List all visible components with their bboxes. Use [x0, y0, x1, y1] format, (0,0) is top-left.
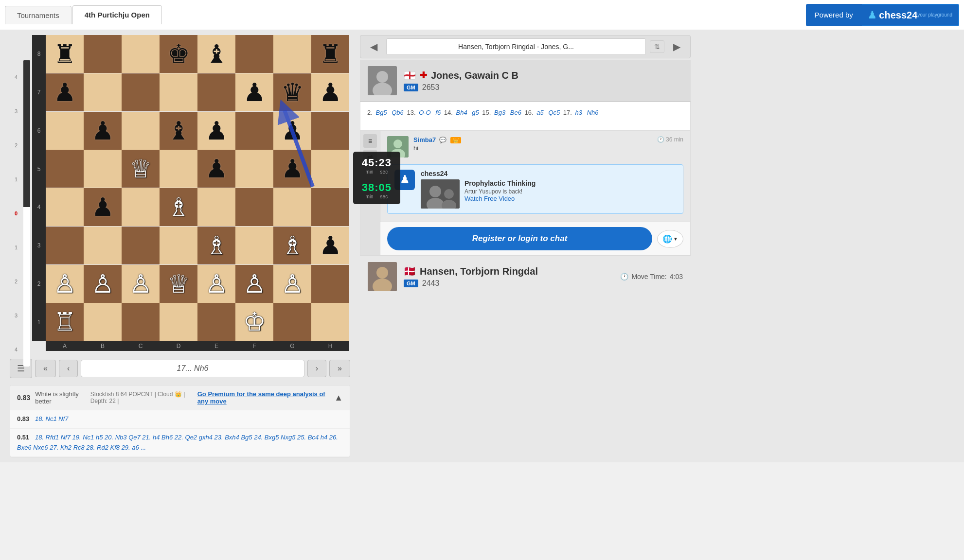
board-square[interactable]: [46, 188, 84, 226]
board-square[interactable]: [160, 227, 197, 264]
board-square[interactable]: [197, 188, 235, 226]
board-square[interactable]: [84, 73, 122, 111]
board-square[interactable]: [122, 227, 160, 264]
register-login-chat-button[interactable]: Register or login to chat: [387, 227, 652, 250]
board-square[interactable]: [160, 150, 197, 188]
board-square[interactable]: ♟: [84, 188, 122, 226]
next-move-button[interactable]: ›: [307, 360, 326, 377]
board-square[interactable]: [122, 35, 160, 73]
move-qc5[interactable]: Qc5: [548, 109, 560, 116]
tab-active-tournament[interactable]: 4th Purtichju Open: [72, 5, 162, 24]
board-square[interactable]: ♟: [311, 73, 349, 111]
board-square[interactable]: [122, 188, 160, 226]
board-square[interactable]: [311, 150, 349, 188]
board-square[interactable]: ♗: [273, 227, 311, 264]
board-square[interactable]: ♝: [197, 35, 235, 73]
game-prev-button[interactable]: ◀: [365, 40, 382, 53]
prev-move-button[interactable]: ‹: [59, 360, 78, 377]
board-square[interactable]: ♙: [197, 265, 235, 303]
board-square[interactable]: [235, 150, 273, 188]
board-square[interactable]: [197, 303, 235, 341]
board-square[interactable]: ♝: [160, 112, 197, 150]
board-square[interactable]: ♟: [273, 150, 311, 188]
tab-tournaments[interactable]: Tournaments: [5, 6, 71, 24]
game-selector[interactable]: Hansen, Torbjorn Ringdal - Jones, G...: [386, 38, 646, 55]
board-square[interactable]: ♚: [160, 35, 197, 73]
board-square[interactable]: [235, 188, 273, 226]
analysis-collapse-button[interactable]: ▲: [334, 393, 343, 403]
ad-text-block: Prophylactic Thinking Artur Yusupov is b…: [464, 179, 536, 209]
game-sort-button[interactable]: ⇅: [650, 40, 664, 53]
board-square[interactable]: [122, 73, 160, 111]
board-square[interactable]: [84, 227, 122, 264]
board-square[interactable]: [235, 227, 273, 264]
board-square[interactable]: ♟: [197, 150, 235, 188]
board-square[interactable]: [84, 35, 122, 73]
board-square[interactable]: [46, 227, 84, 264]
board-square[interactable]: ♛: [273, 73, 311, 111]
board-square[interactable]: ♗: [197, 227, 235, 264]
board-square[interactable]: [160, 303, 197, 341]
move-f6[interactable]: f6: [435, 109, 441, 116]
board-square[interactable]: ♟: [273, 112, 311, 150]
board-square[interactable]: [235, 112, 273, 150]
board-square[interactable]: ♙: [273, 265, 311, 303]
board-square[interactable]: ♙: [84, 265, 122, 303]
last-move-button[interactable]: »: [329, 360, 350, 377]
board-square[interactable]: [235, 35, 273, 73]
analysis-moves-2[interactable]: 18. Rfd1 Nf7 19. Nc1 h5 20. Nb3 Qe7 21. …: [17, 434, 338, 451]
game-next-button[interactable]: ▶: [668, 40, 685, 53]
board-square[interactable]: ♙: [122, 265, 160, 303]
move-oo[interactable]: O-O: [419, 109, 431, 116]
board-square[interactable]: [84, 303, 122, 341]
board-square[interactable]: ♙: [46, 265, 84, 303]
board-square[interactable]: ♜: [46, 35, 84, 73]
move-bh4[interactable]: Bh4: [456, 109, 467, 116]
board-square[interactable]: ♟: [197, 112, 235, 150]
board-square[interactable]: [46, 150, 84, 188]
board-square[interactable]: [311, 112, 349, 150]
move-qb6[interactable]: Qb6: [392, 109, 404, 116]
analysis-bar: 0.83 White is slightly better Stockfish …: [10, 385, 350, 457]
move-a5[interactable]: a5: [536, 109, 543, 116]
board-square[interactable]: ♕: [122, 150, 160, 188]
board-square[interactable]: ♟: [84, 112, 122, 150]
board-square[interactable]: [273, 303, 311, 341]
move-bg5[interactable]: Bg5: [375, 109, 387, 116]
board-square[interactable]: [122, 303, 160, 341]
board-square[interactable]: ♜: [311, 35, 349, 73]
chess24-logo[interactable]: ♟ chess24 your playground: [862, 4, 959, 26]
board-square[interactable]: [273, 188, 311, 226]
board-square[interactable]: [311, 188, 349, 226]
chat-globe-button[interactable]: 🌐 ▼: [657, 230, 683, 248]
move-nh6[interactable]: Nh6: [587, 109, 599, 116]
board-square[interactable]: ♖: [46, 303, 84, 341]
move-g5[interactable]: g5: [472, 109, 479, 116]
simba7-username[interactable]: Simba7: [413, 136, 436, 143]
move-h3[interactable]: h3: [575, 109, 582, 116]
move-time-display: 🕐 Move Time: 4:03: [620, 273, 683, 280]
board-square[interactable]: ♔: [235, 303, 273, 341]
board-square[interactable]: ♙: [235, 265, 273, 303]
board-square[interactable]: [311, 303, 349, 341]
ad-watch-link[interactable]: Watch Free Video: [464, 195, 515, 202]
board-square[interactable]: ♕: [160, 265, 197, 303]
chess-board[interactable]: ♜♚♝♜♟♟♛♟♟♝♟♟♕♟♟♟♗♗♗♟♙♙♙♕♙♙♙♖♔: [46, 35, 349, 341]
first-move-button[interactable]: «: [35, 360, 56, 377]
board-square[interactable]: ♟: [235, 73, 273, 111]
move-be6[interactable]: Be6: [510, 109, 521, 116]
board-square[interactable]: [160, 73, 197, 111]
board-square[interactable]: [46, 112, 84, 150]
board-square[interactable]: ♗: [160, 188, 197, 226]
board-square[interactable]: ♟: [46, 73, 84, 111]
board-square[interactable]: [84, 150, 122, 188]
board-square[interactable]: [197, 73, 235, 111]
board-square[interactable]: [122, 112, 160, 150]
board-square[interactable]: ♟: [311, 227, 349, 264]
analysis-moves-1[interactable]: 18. Nc1 Nf7: [35, 415, 69, 422]
move-bg3[interactable]: Bg3: [494, 109, 505, 116]
chat-icon-button[interactable]: ≡: [363, 134, 377, 148]
go-premium-link[interactable]: Go Premium for the same deep analysis of…: [197, 390, 327, 405]
board-square[interactable]: [273, 35, 311, 73]
board-square[interactable]: [311, 265, 349, 303]
